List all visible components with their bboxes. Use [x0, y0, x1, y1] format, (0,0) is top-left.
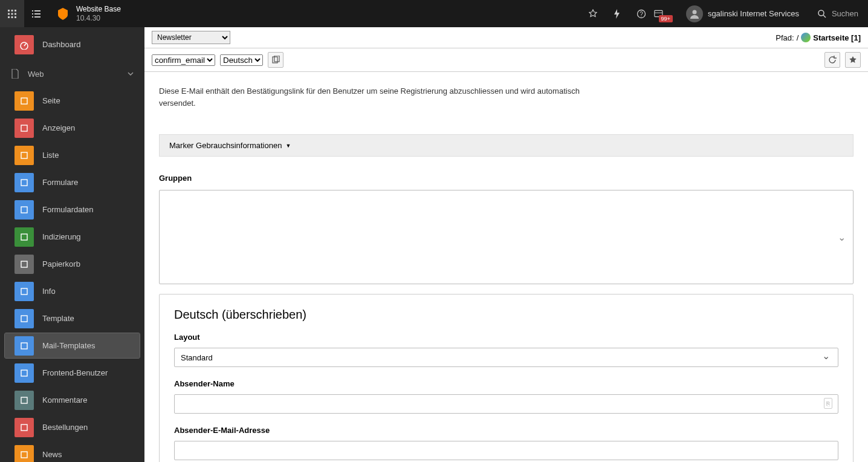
svg-rect-29	[21, 234, 27, 240]
sidebar-item-label: Indizierung	[42, 232, 81, 241]
sender-email-input[interactable]	[174, 441, 838, 460]
module-icon	[15, 363, 34, 383]
language-select[interactable]: Deutsch	[220, 54, 263, 66]
sidebar-item-label: Bestellungen	[42, 423, 88, 432]
sidebar-item-indizierung[interactable]: Indizierung	[5, 224, 140, 249]
sidebar-item-bestellungen[interactable]: Bestellungen	[5, 415, 140, 440]
svg-rect-14	[34, 16, 40, 18]
avatar	[686, 5, 703, 22]
sidebar-item-label: Seite	[42, 96, 60, 105]
module-icon	[15, 119, 34, 138]
module-icon	[15, 146, 34, 165]
refresh-button[interactable]	[824, 52, 840, 68]
file-icon	[11, 69, 19, 79]
apps-icon[interactable]	[0, 0, 24, 27]
sidebar-item-template[interactable]: Template	[5, 306, 140, 331]
module-icon	[15, 445, 34, 463]
sidebar-item-news[interactable]: News	[5, 442, 140, 462]
sidebar: Dashboard Web SeiteAnzeigenListeFormular…	[0, 27, 144, 462]
breadcrumb: Pfad: / Startseite [1]	[776, 33, 861, 42]
svg-rect-5	[15, 13, 16, 15]
svg-rect-12	[34, 13, 40, 15]
sender-email-label: Absender-E-Mail-Adresse	[174, 426, 838, 435]
module-icon	[15, 173, 34, 192]
sidebar-item-anzeigen[interactable]: Anzeigen	[5, 116, 140, 140]
notifications-icon[interactable]: 99+	[653, 0, 678, 27]
sender-name-label: Absender-Name	[174, 379, 838, 388]
svg-rect-11	[32, 13, 33, 15]
sidebar-item-label: Anzeigen	[42, 123, 75, 132]
svg-rect-25	[21, 125, 27, 131]
help-icon[interactable]: ?	[629, 0, 653, 27]
brand-title: Website Base	[76, 5, 121, 13]
typo3-logo-icon	[56, 7, 70, 21]
brand: Website Base 10.4.30	[48, 5, 128, 22]
language-panel: Deutsch (überschrieben) Layout Standard …	[159, 294, 853, 462]
module-icon	[15, 200, 34, 220]
sidebar-item-label: News	[42, 450, 62, 459]
svg-rect-1	[11, 10, 13, 11]
sidebar-item-label: Frontend-Benutzer	[42, 368, 108, 377]
svg-rect-0	[8, 10, 10, 11]
search-placeholder: Suchen	[832, 9, 858, 18]
layout-select[interactable]: Standard	[174, 348, 838, 367]
svg-rect-37	[21, 452, 27, 458]
module-icon	[15, 391, 34, 410]
layout-label: Layout	[174, 333, 838, 342]
copy-button[interactable]	[268, 52, 283, 68]
module-icon	[15, 418, 34, 437]
svg-rect-4	[11, 13, 13, 15]
svg-rect-10	[34, 10, 40, 11]
svg-rect-27	[21, 180, 27, 186]
template-select[interactable]: confirm_email	[152, 54, 215, 66]
bookmark-star-icon[interactable]	[581, 0, 605, 27]
sidebar-item-label: Formulare	[42, 178, 78, 187]
svg-rect-13	[32, 16, 33, 18]
brand-version: 10.4.30	[76, 14, 121, 22]
module-icon	[15, 91, 34, 111]
sender-name-input[interactable]	[174, 394, 838, 414]
sidebar-dashboard[interactable]: Dashboard	[5, 32, 140, 57]
sidebar-item-label: Kommentare	[42, 395, 87, 405]
sidebar-item-frontend-benutzer[interactable]: Frontend-Benutzer	[5, 360, 140, 385]
sidebar-item-label: Template	[42, 314, 74, 323]
sidebar-item-papierkorb[interactable]: Papierkorb	[5, 252, 140, 276]
sidebar-item-label: Info	[42, 287, 56, 296]
sidebar-group-web[interactable]: Web	[0, 62, 144, 86]
input-hint-icon: ⎘	[824, 398, 832, 409]
sidebar-item-kommentare[interactable]: Kommentare	[5, 388, 140, 412]
content: Newsletter Pfad: / Startseite [1] confir…	[144, 27, 868, 462]
svg-text:?: ?	[640, 11, 643, 18]
search-area[interactable]: Suchen	[808, 9, 868, 19]
sidebar-item-formulardaten[interactable]: Formulardaten	[5, 197, 140, 222]
module-icon	[15, 255, 34, 274]
breadcrumb-page[interactable]: Startseite [1]	[813, 33, 861, 42]
sidebar-item-mail-templates[interactable]: Mail-Templates	[5, 333, 140, 358]
list-toggle-icon[interactable]	[24, 0, 48, 27]
svg-rect-8	[15, 16, 16, 18]
cache-flash-icon[interactable]	[605, 0, 629, 27]
caret-down-icon: ▼	[285, 143, 291, 149]
dashboard-icon	[15, 35, 34, 54]
type-select[interactable]: Newsletter	[152, 31, 230, 44]
sidebar-group-label: Web	[28, 70, 44, 79]
sidebar-item-label: Mail-Templates	[42, 341, 95, 350]
groups-select-box[interactable]: ⌄	[159, 190, 853, 284]
sidebar-item-seite[interactable]: Seite	[5, 88, 140, 113]
search-icon	[817, 9, 827, 19]
sidebar-item-label: Formulardaten	[42, 205, 94, 214]
sidebar-item-liste[interactable]: Liste	[5, 143, 140, 168]
svg-rect-7	[11, 16, 13, 18]
panel-title: Deutsch (überschrieben)	[174, 308, 838, 322]
sidebar-item-formulare[interactable]: Formulare	[5, 170, 140, 195]
marker-info-toggle[interactable]: Marker Gebrauchsinformationen ▼	[159, 134, 853, 157]
sidebar-item-info[interactable]: Info	[5, 279, 140, 304]
svg-point-19	[692, 10, 696, 14]
svg-rect-33	[21, 343, 27, 349]
svg-point-20	[818, 10, 824, 16]
sidebar-item-label: Dashboard	[42, 40, 81, 49]
svg-rect-2	[15, 10, 16, 11]
bookmark-button[interactable]	[845, 52, 861, 68]
user-menu[interactable]: sgalinski Internet Services	[678, 5, 808, 22]
svg-rect-24	[21, 98, 27, 104]
